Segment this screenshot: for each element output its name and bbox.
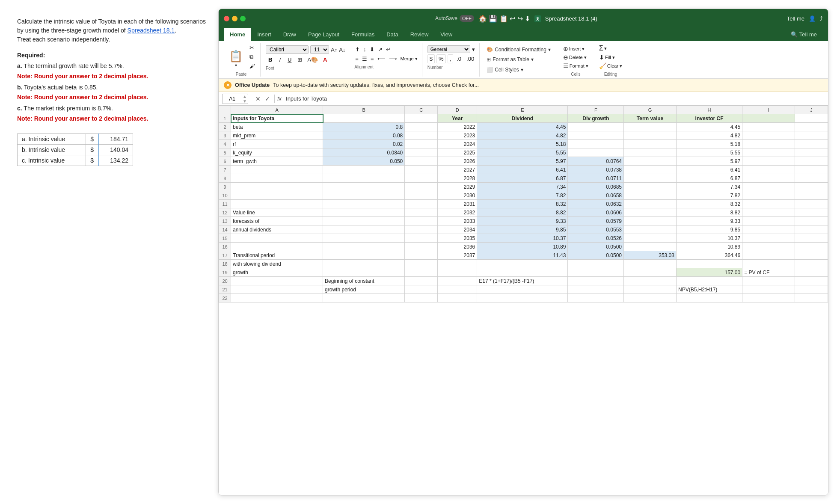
cell-c8[interactable]	[405, 174, 438, 183]
cell-g14[interactable]	[624, 225, 677, 234]
cell-styles-button[interactable]: ⬜ Cell Styles ▾	[485, 66, 552, 74]
cell-b3[interactable]: 0.08	[323, 131, 405, 140]
cell-b17[interactable]	[323, 251, 405, 260]
cell-h10[interactable]: 7.82	[676, 191, 742, 200]
italic-button[interactable]: I	[276, 55, 283, 64]
cell-b5[interactable]: 0.0840	[323, 148, 405, 157]
cell-i11[interactable]	[742, 200, 795, 208]
cell-a12[interactable]: Value line	[231, 208, 323, 217]
cell-d4[interactable]: 2024	[438, 140, 477, 148]
cell-g16[interactable]	[624, 243, 677, 251]
cell-g15[interactable]	[624, 234, 677, 243]
decrease-font-button[interactable]: A↓	[339, 47, 345, 53]
cell-f8[interactable]: 0.0711	[568, 174, 624, 183]
cell-b11[interactable]	[323, 200, 405, 208]
cell-i13[interactable]	[742, 217, 795, 225]
cell-h4[interactable]: 5.18	[676, 140, 742, 148]
cell-h5[interactable]: 5.55	[676, 148, 742, 157]
cell-e5[interactable]: 5.55	[477, 148, 568, 157]
cell-d2[interactable]: 2022	[438, 123, 477, 131]
cell-e13[interactable]: 9.33	[477, 217, 568, 225]
cell-c21[interactable]	[405, 285, 438, 294]
cut-button[interactable]: ✂	[248, 44, 257, 52]
cell-d6[interactable]: 2026	[438, 157, 477, 166]
cell-c14[interactable]	[405, 225, 438, 234]
cell-e4[interactable]: 5.18	[477, 140, 568, 148]
cell-h20[interactable]	[676, 277, 742, 285]
cell-g17[interactable]: 353.03	[624, 251, 677, 260]
cell-a8[interactable]	[231, 174, 323, 183]
paste-button[interactable]: 📋 ▾	[226, 47, 246, 70]
cell-g5[interactable]	[624, 148, 677, 157]
cell-f15[interactable]: 0.0526	[568, 234, 624, 243]
cell-d3[interactable]: 2023	[438, 131, 477, 140]
cell-a9[interactable]	[231, 183, 323, 191]
notification-close-button[interactable]: ✕	[224, 81, 232, 89]
cell-a20[interactable]	[231, 277, 323, 285]
cell-c17[interactable]	[405, 251, 438, 260]
cell-g4[interactable]	[624, 140, 677, 148]
cell-i21[interactable]	[742, 285, 795, 294]
align-left-button[interactable]: ≡	[354, 55, 359, 63]
cell-a1[interactable]: Inputs for Toyota	[231, 114, 323, 123]
tab-view[interactable]: View	[434, 28, 458, 41]
cell-g7[interactable]	[624, 166, 677, 174]
cell-j22[interactable]	[795, 294, 828, 302]
cell-i20[interactable]	[742, 277, 795, 285]
increase-indent-button[interactable]: ⟶	[388, 55, 398, 63]
cell-j14[interactable]	[795, 225, 828, 234]
cell-d10[interactable]: 2030	[438, 191, 477, 200]
delete-cells-button[interactable]: ⊖Delete ▾	[563, 54, 588, 61]
confirm-formula-button[interactable]: ✓	[263, 95, 272, 103]
tab-draw[interactable]: Draw	[277, 28, 302, 41]
cell-f14[interactable]: 0.0553	[568, 225, 624, 234]
align-middle-button[interactable]: ↕	[362, 45, 367, 53]
cell-d14[interactable]: 2034	[438, 225, 477, 234]
cell-j11[interactable]	[795, 200, 828, 208]
cell-d11[interactable]: 2031	[438, 200, 477, 208]
cell-e22[interactable]	[477, 294, 568, 302]
cell-d21[interactable]	[438, 285, 477, 294]
cell-j8[interactable]	[795, 174, 828, 183]
wrap-text-button[interactable]: ↵	[385, 45, 392, 53]
cell-e7[interactable]: 6.41	[477, 166, 568, 174]
col-header-b[interactable]: B	[323, 106, 405, 114]
cell-a6[interactable]: term_gwth	[231, 157, 323, 166]
cell-f4[interactable]	[568, 140, 624, 148]
cell-b18[interactable]	[323, 260, 405, 268]
cell-h15[interactable]: 10.37	[676, 234, 742, 243]
font-size-select[interactable]: 11	[310, 45, 329, 54]
cell-a2[interactable]: beta	[231, 123, 323, 131]
cell-h18[interactable]	[676, 260, 742, 268]
cell-g8[interactable]	[624, 174, 677, 183]
insert-cells-button[interactable]: ⊕Insert ▾	[563, 45, 588, 52]
cell-e2[interactable]: 4.45	[477, 123, 568, 131]
cell-i9[interactable]	[742, 183, 795, 191]
cell-j10[interactable]	[795, 191, 828, 200]
spreadsheet-link[interactable]: Spreadsheet 18.1	[128, 27, 175, 34]
cell-c1[interactable]	[405, 114, 438, 123]
cell-f5[interactable]	[568, 148, 624, 157]
cell-h1[interactable]: Investor CF	[676, 114, 742, 123]
cell-d13[interactable]: 2033	[438, 217, 477, 225]
cell-c16[interactable]	[405, 243, 438, 251]
cell-j2[interactable]	[795, 123, 828, 131]
cell-g19[interactable]	[624, 268, 677, 277]
decrease-indent-button[interactable]: ⟵	[377, 55, 386, 63]
cell-j12[interactable]	[795, 208, 828, 217]
cell-j19[interactable]	[795, 268, 828, 277]
minimize-button[interactable]	[232, 16, 237, 21]
cell-d18[interactable]	[438, 260, 477, 268]
increase-font-button[interactable]: A↑	[331, 47, 337, 53]
cell-i18[interactable]	[742, 260, 795, 268]
cell-f22[interactable]	[568, 294, 624, 302]
cell-a15[interactable]	[231, 234, 323, 243]
format-as-table-button[interactable]: ⊞ Format as Table ▾	[485, 56, 552, 63]
orientation-button[interactable]: ↗	[377, 45, 383, 53]
fill-color-button[interactable]: A🎨	[306, 56, 320, 64]
cell-i12[interactable]	[742, 208, 795, 217]
cell-e6[interactable]: 5.97	[477, 157, 568, 166]
number-format-select[interactable]: General	[427, 45, 470, 53]
increase-decimal-button[interactable]: .00	[465, 55, 476, 63]
cell-j1[interactable]	[795, 114, 828, 123]
